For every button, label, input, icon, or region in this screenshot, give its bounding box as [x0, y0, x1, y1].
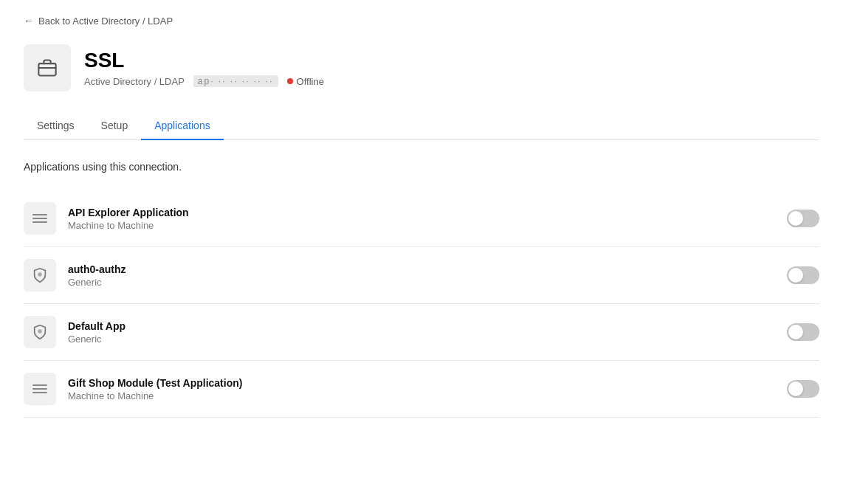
- identifier-value: ap· ·· ·· ·· ·· ··: [193, 75, 278, 87]
- shield-icon: [32, 324, 48, 340]
- m2m-icon: [32, 214, 47, 223]
- app-row-icon: [24, 316, 56, 348]
- app-name: auth0-authz: [68, 263, 787, 275]
- header-meta: Active Directory / LDAP ap· ·· ·· ·· ·· …: [84, 75, 324, 87]
- header-info: SSL Active Directory / LDAP ap· ·· ·· ··…: [84, 49, 324, 87]
- tab-bar: Settings Setup Applications: [24, 112, 819, 140]
- page-header: SSL Active Directory / LDAP ap· ·· ·· ··…: [24, 44, 819, 92]
- briefcase-icon: [37, 58, 58, 78]
- header-subtitle: Active Directory / LDAP: [84, 76, 185, 87]
- back-arrow-icon: ←: [24, 15, 34, 27]
- app-row-info: Gift Shop Module (Test Application) Mach…: [68, 377, 787, 401]
- table-row: Gift Shop Module (Test Application) Mach…: [24, 361, 819, 418]
- app-type: Machine to Machine: [68, 220, 787, 231]
- app-type: Generic: [68, 277, 787, 288]
- m2m-icon: [32, 384, 47, 393]
- table-row: API Explorer Application Machine to Mach…: [24, 190, 819, 247]
- svg-point-2: [38, 272, 42, 277]
- tab-setup[interactable]: Setup: [88, 112, 142, 140]
- status-dot-icon: [287, 78, 293, 84]
- app-type: Machine to Machine: [68, 390, 787, 401]
- app-toggle[interactable]: [787, 266, 819, 284]
- back-link-text: Back to Active Directory / LDAP: [38, 15, 173, 27]
- app-name: Gift Shop Module (Test Application): [68, 377, 787, 389]
- back-link[interactable]: ← Back to Active Directory / LDAP: [24, 15, 819, 27]
- app-name: Default App: [68, 320, 787, 332]
- status-badge: Offline: [287, 76, 324, 87]
- app-row-icon: [24, 202, 56, 235]
- svg-rect-0: [38, 63, 55, 75]
- app-icon: [24, 44, 71, 92]
- svg-point-3: [38, 329, 42, 334]
- status-text: Offline: [297, 76, 324, 87]
- app-row-icon: [24, 259, 56, 291]
- app-row-info: auth0-authz Generic: [68, 263, 787, 288]
- shield-icon: [32, 267, 48, 283]
- app-toggle[interactable]: [787, 210, 819, 227]
- page: ← Back to Active Directory / LDAP SSL Ac…: [0, 0, 843, 504]
- app-toggle[interactable]: [787, 380, 819, 398]
- application-list: API Explorer Application Machine to Mach…: [24, 190, 819, 418]
- app-row-info: API Explorer Application Machine to Mach…: [68, 207, 787, 231]
- table-row: Default App Generic: [24, 304, 819, 361]
- tab-settings[interactable]: Settings: [24, 112, 88, 140]
- table-row: auth0-authz Generic: [24, 247, 819, 304]
- tab-applications[interactable]: Applications: [141, 112, 224, 140]
- app-toggle[interactable]: [787, 323, 819, 341]
- tab-content: Applications using this connection. API …: [24, 161, 819, 418]
- page-title: SSL: [84, 49, 324, 72]
- app-row-info: Default App Generic: [68, 320, 787, 345]
- app-name: API Explorer Application: [68, 207, 787, 218]
- app-type: Generic: [68, 334, 787, 345]
- app-row-icon: [24, 373, 56, 405]
- content-description: Applications using this connection.: [24, 161, 819, 173]
